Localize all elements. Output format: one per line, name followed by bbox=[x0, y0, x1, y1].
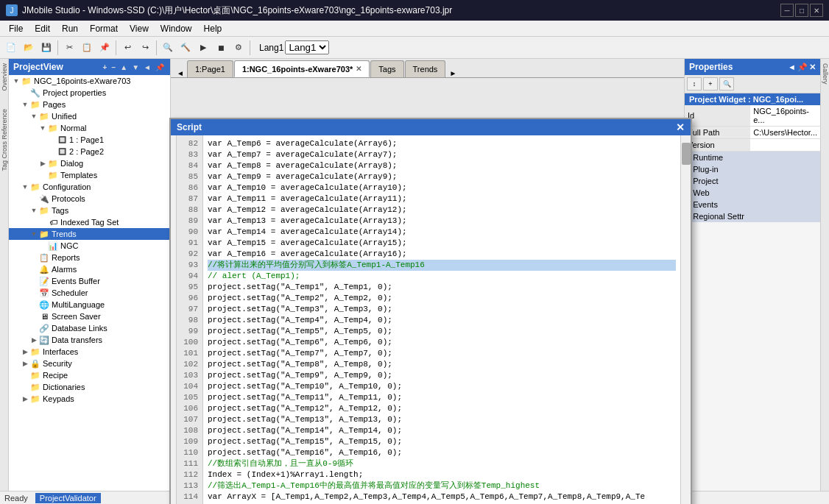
prop-val-fullpath[interactable]: C:\Users\Hector... bbox=[750, 127, 820, 139]
prop-group-regional[interactable]: + Regional Settr bbox=[685, 210, 820, 222]
tab-ngc[interactable]: 1:NGC_16points-eXware703* ✕ bbox=[234, 60, 370, 77]
tab-page1[interactable]: 1:Page1 bbox=[187, 60, 233, 77]
sidebar-up-button[interactable]: ▲ bbox=[119, 63, 129, 71]
prop-group-runtime[interactable]: + Runtime bbox=[685, 152, 820, 163]
maximize-button[interactable]: □ bbox=[795, 4, 808, 17]
tree-dictionaries[interactable]: 📁 Dictionaries bbox=[9, 381, 170, 393]
tab-tags[interactable]: Tags bbox=[370, 60, 403, 77]
right-tab-gallery[interactable]: Gallery bbox=[820, 62, 830, 86]
paste-button[interactable]: 📌 bbox=[96, 40, 113, 56]
tree-project-properties[interactable]: 🔧 Project properties bbox=[9, 87, 170, 99]
dblinks-icon: 🔗 bbox=[38, 323, 50, 333]
status-project-validator[interactable]: ProjectValidator bbox=[35, 493, 101, 503]
sidebar-down-button[interactable]: ▼ bbox=[130, 63, 141, 71]
tree-alarms[interactable]: 🔔 Alarms bbox=[9, 263, 170, 275]
tree-templates[interactable]: 📁 Templates bbox=[9, 169, 170, 181]
cut-button[interactable]: ✂ bbox=[61, 40, 77, 56]
sidebar-add-button[interactable]: + bbox=[102, 63, 109, 71]
new-button[interactable]: 📄 bbox=[3, 40, 19, 56]
scroll-thumb[interactable] bbox=[682, 143, 691, 165]
code-line: project.setTag("A_Temp2", A_Temp2, 0); bbox=[208, 293, 676, 304]
lang-select[interactable]: Lang1 bbox=[285, 40, 329, 54]
properties-pin[interactable]: 📌 bbox=[797, 63, 808, 72]
tree-arrow-tags: ▼ bbox=[29, 207, 38, 214]
tree-normal[interactable]: ▼ 📁 Normal bbox=[9, 122, 170, 134]
menu-view[interactable]: View bbox=[124, 22, 155, 35]
tree-ngc[interactable]: 📊 NGC bbox=[9, 240, 170, 252]
copy-button[interactable]: 📋 bbox=[79, 40, 95, 56]
tree-indexed-tag[interactable]: 🏷 Indexed Tag Set bbox=[9, 216, 170, 228]
menu-format[interactable]: Format bbox=[84, 22, 124, 35]
tree-reports[interactable]: 📋 Reports bbox=[9, 252, 170, 263]
tree-keypads[interactable]: ▶ 📁 Keypads bbox=[9, 393, 170, 405]
menu-run[interactable]: Run bbox=[56, 22, 84, 35]
prop-sort-button[interactable]: ↕ bbox=[687, 77, 702, 90]
sidebar-pin-button[interactable]: 📌 bbox=[154, 63, 166, 71]
tree-root[interactable]: ▼ 📁 NGC_16points-eXware703 bbox=[9, 75, 170, 87]
save-button[interactable]: 💾 bbox=[38, 40, 54, 56]
run-button[interactable]: ▶ bbox=[195, 40, 211, 56]
tree-label-screensaver: Screen Saver bbox=[52, 312, 101, 321]
side-tab-tag-cross[interactable]: Tag Cross Reference bbox=[0, 107, 10, 173]
undo-button[interactable]: ↩ bbox=[119, 40, 135, 56]
tree-interfaces[interactable]: ▶ 📁 Interfaces bbox=[9, 346, 170, 358]
menu-help[interactable]: Help bbox=[198, 22, 228, 35]
code-line: project.setTag("A_Temp7", A_Temp7, 0); bbox=[208, 348, 676, 359]
sidebar-remove-button[interactable]: − bbox=[110, 63, 117, 71]
tab-left-arrow[interactable]: ◄ bbox=[174, 69, 187, 77]
protocols-icon: 🔌 bbox=[38, 194, 50, 204]
code-content[interactable]: var A_Temp6 = averageCalculate(Array6); … bbox=[203, 135, 680, 504]
tree-screensaver[interactable]: 🖥 Screen Saver bbox=[9, 310, 170, 322]
prop-group-plugin[interactable]: + Plug-in bbox=[685, 163, 820, 175]
tree-recipe[interactable]: 📁 Recipe bbox=[9, 369, 170, 381]
tree-events[interactable]: 📝 Events Buffer bbox=[9, 275, 170, 287]
prop-val-id[interactable]: NGC_16points-e... bbox=[750, 105, 820, 127]
tree-multilang[interactable]: 🌐 MultiLanguage bbox=[9, 299, 170, 310]
side-tab-overview[interactable]: Overview bbox=[0, 62, 10, 93]
menu-file[interactable]: File bbox=[3, 22, 29, 35]
prop-group-events[interactable]: + Events bbox=[685, 199, 820, 210]
tab-ngc-close[interactable]: ✕ bbox=[356, 65, 361, 73]
tree-tags[interactable]: ▼ 📁 Tags bbox=[9, 205, 170, 216]
tree-trends[interactable]: ▼ 📁 Trends bbox=[9, 228, 170, 240]
prop-group-web[interactable]: + Web bbox=[685, 187, 820, 199]
tab-right-arrow[interactable]: ► bbox=[446, 69, 459, 77]
tree-scheduler[interactable]: 📅 Scheduler bbox=[9, 287, 170, 299]
tree-configuration[interactable]: ▼ 📁 Configuration bbox=[9, 181, 170, 193]
build-button[interactable]: 🔨 bbox=[177, 40, 194, 56]
find-button[interactable]: 🔍 bbox=[160, 40, 176, 56]
tree-dialog[interactable]: ▶ 📁 Dialog bbox=[9, 157, 170, 169]
tree-pages[interactable]: ▼ 📁 Pages bbox=[9, 99, 170, 110]
tree-protocols[interactable]: 🔌 Protocols bbox=[9, 193, 170, 205]
tree-security[interactable]: ▶ 🔒 Security bbox=[9, 358, 170, 369]
tree-page1[interactable]: 🔲 1 : Page1 bbox=[9, 134, 170, 146]
prop-expand-button[interactable]: + bbox=[703, 77, 718, 90]
prop-val-version[interactable] bbox=[750, 139, 820, 152]
line-number: 96 bbox=[181, 293, 198, 304]
tree-unified[interactable]: ▼ 📁 Unified bbox=[9, 110, 170, 122]
sidebar-collapse-button[interactable]: ◄ bbox=[142, 63, 152, 71]
tab-trends[interactable]: Trends bbox=[405, 60, 446, 77]
open-button[interactable]: 📂 bbox=[21, 40, 37, 56]
tree-page2[interactable]: 🔲 2 : Page2 bbox=[9, 146, 170, 157]
scroll-y[interactable] bbox=[680, 135, 691, 504]
tree-dblinks[interactable]: 🔗 Database Links bbox=[9, 322, 170, 334]
properties-collapse[interactable]: ◄ bbox=[788, 63, 796, 72]
stop-button[interactable]: ⏹ bbox=[213, 40, 229, 56]
code-line: Index = (Index+1)%Array1.length; bbox=[208, 469, 676, 480]
prop-group-project[interactable]: + Project bbox=[685, 175, 820, 187]
prop-filter-button[interactable]: 🔍 bbox=[719, 77, 734, 90]
line-number: 92 bbox=[181, 249, 198, 260]
scroll-left[interactable] bbox=[171, 135, 177, 504]
settings-button[interactable]: ⚙ bbox=[230, 40, 247, 56]
normal-icon: 📁 bbox=[47, 123, 59, 133]
menu-edit[interactable]: Edit bbox=[29, 22, 56, 35]
menu-window[interactable]: Window bbox=[155, 22, 198, 35]
tab-ngc-label: 1:NGC_16points-eXware703* bbox=[242, 65, 353, 74]
script-close-button[interactable]: ✕ bbox=[676, 121, 685, 133]
minimize-button[interactable]: ─ bbox=[780, 4, 794, 17]
close-button[interactable]: ✕ bbox=[810, 4, 823, 17]
properties-close[interactable]: ✕ bbox=[809, 63, 816, 72]
redo-button[interactable]: ↪ bbox=[137, 40, 153, 56]
tree-datatransfers[interactable]: ▶ 🔄 Data transfers bbox=[9, 334, 170, 346]
